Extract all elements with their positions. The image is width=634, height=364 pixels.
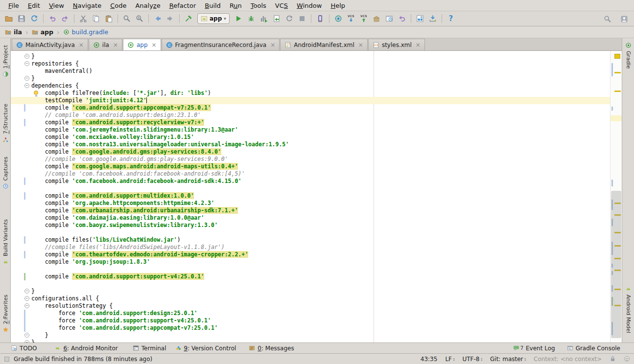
code-text[interactable]: compile 'org.jsoup:jsoup:1.8.3' [31, 258, 150, 266]
tool-button-terminal[interactable]: Terminal [133, 345, 166, 352]
code-text[interactable]: compile 'com.android.support:multidex:1.… [31, 192, 194, 200]
redo-button[interactable] [59, 13, 71, 24]
gutter[interactable]: − [11, 332, 31, 339]
gutter[interactable] [11, 236, 31, 244]
code-line[interactable]: compile files('libs/LiveChatWindow.jar') [11, 236, 610, 244]
gutter[interactable] [11, 163, 31, 170]
code-text[interactable]: compile files('libs/LiveChatWindow.jar') [31, 236, 181, 244]
fold-icon[interactable]: − [24, 76, 29, 81]
gutter[interactable] [11, 273, 31, 280]
code-line[interactable]: − resolutionStrategy { [11, 302, 610, 310]
code-line[interactable]: compile 'com.android.support:multidex:1.… [11, 192, 610, 200]
shelve-button[interactable] [371, 13, 382, 24]
code-text[interactable]: } [31, 332, 48, 339]
code-editor[interactable]: −}−repositories { mavenCentral()−}−depen… [11, 51, 622, 342]
vcs-commit-button[interactable]: VCS [358, 13, 370, 24]
code-line[interactable]: mavenCentral() [11, 68, 610, 75]
tab-ila[interactable]: ila × [89, 39, 122, 50]
vcs-change-marker[interactable] [24, 236, 25, 244]
synchronize-button[interactable] [28, 13, 40, 24]
gutter[interactable] [11, 200, 31, 207]
fold-icon[interactable]: − [24, 296, 29, 301]
gutter[interactable] [11, 68, 31, 75]
code-text[interactable]: compile 'com.mcxiaoke.volley:library:1.0… [31, 134, 194, 141]
gutter[interactable]: − [11, 75, 31, 82]
code-line[interactable]: compile 'com.facebook.android:facebook-a… [11, 178, 610, 185]
gradle-sync-button[interactable] [332, 13, 344, 24]
tool-button-android-model[interactable]: Android Model [622, 286, 634, 333]
menu-item-code[interactable]: Code [106, 2, 131, 9]
vcs-update-button[interactable]: VCS [345, 13, 357, 24]
gutter[interactable]: − [11, 60, 31, 68]
code-line[interactable]: −} [11, 288, 610, 295]
code-line[interactable]: compile 'org.jsoup:jsoup:1.8.3' [11, 258, 610, 266]
gutter[interactable] [11, 156, 31, 163]
run-with-coverage-button[interactable] [258, 13, 270, 24]
gutter[interactable] [11, 141, 31, 148]
code-text[interactable]: mavenCentral() [31, 68, 93, 75]
code-text[interactable]: compile fileTree(include: ['*.jar'], dir… [31, 90, 211, 97]
code-line[interactable]: compile fileTree(include: ['*.jar'], dir… [11, 90, 610, 97]
menu-item-run[interactable]: Run [225, 2, 246, 9]
find-in-path-button[interactable] [134, 13, 145, 24]
gutter[interactable] [11, 134, 31, 141]
code-line[interactable]: compile 'com.android.support:recyclervie… [11, 119, 610, 126]
menu-item-file[interactable]: File [4, 2, 23, 9]
code-line[interactable]: compile 'com.android.support:support-v4:… [11, 273, 610, 280]
code-text[interactable]: compile 'com.google.maps.android:android… [31, 163, 238, 170]
copy-button[interactable] [90, 13, 102, 24]
code-text[interactable]: force 'com.android.support:appcompat-v7:… [31, 324, 218, 332]
gutter[interactable] [11, 207, 31, 214]
code-line[interactable]: force 'com.android.support:design:25.0.1… [11, 310, 610, 317]
tab-styles-xml[interactable]: <> styles.xml × [368, 39, 425, 50]
code-text[interactable]: compile 'org.apache.httpcomponents:httpm… [31, 200, 214, 207]
code-line[interactable] [11, 229, 610, 236]
gutter[interactable] [11, 97, 31, 104]
back-button[interactable] [152, 13, 164, 24]
tab-fragmentinsurancerecord-java[interactable]: C FragmentInsuranceRecord.java × [162, 39, 280, 50]
vcs-change-marker[interactable] [24, 178, 25, 185]
tool-button-gradle[interactable]: Gradle [622, 42, 634, 69]
code-text[interactable]: } [31, 339, 35, 342]
gutter[interactable] [11, 214, 31, 222]
close-icon[interactable]: × [270, 42, 275, 48]
debug-button[interactable] [245, 13, 257, 24]
code-text[interactable]: compile 'com.jeremyfeinstein.slidingmenu… [31, 126, 238, 134]
close-icon[interactable]: × [79, 42, 84, 48]
gutter[interactable] [11, 229, 31, 236]
gutter[interactable] [11, 244, 31, 251]
code-text[interactable]: testCompile 'junit:junit:4.12' [31, 97, 147, 104]
code-line[interactable]: testCompile 'junit:junit:4.12' [11, 97, 610, 104]
intention-bulb-icon[interactable] [34, 91, 38, 95]
rerun-button[interactable] [283, 13, 295, 24]
gutter[interactable] [11, 258, 31, 266]
code-text[interactable]: compile 'com.android.support:support-v4:… [31, 273, 204, 280]
gutter[interactable]: − [11, 339, 31, 342]
context-widget[interactable]: Context: <no context> [534, 356, 602, 363]
gutter[interactable]: − [11, 302, 31, 310]
search-everywhere-button[interactable] [602, 13, 613, 25]
recent-changes-button[interactable] [383, 13, 395, 24]
error-stripe-scrollbar[interactable] [610, 51, 622, 342]
caret-position-widget[interactable]: 43:35 [421, 356, 438, 363]
code-text[interactable]: // compile 'com.android.support:design:2… [31, 112, 201, 119]
code-line[interactable]: −repositories { [11, 60, 610, 68]
vcs-change-marker[interactable] [24, 192, 25, 200]
code-line[interactable]: −dependencies { [11, 82, 610, 90]
code-line[interactable] [11, 280, 610, 288]
gutter[interactable] [11, 178, 31, 185]
tab-app[interactable]: app × [123, 39, 161, 50]
profile-button[interactable] [618, 13, 630, 25]
tool-button-event-log[interactable]: 7 Event Log [513, 345, 555, 352]
code-line[interactable]: compile 'com.google.maps.android:android… [11, 163, 610, 170]
code-line[interactable]: //compile 'com.google.android.gms:play-s… [11, 156, 610, 163]
code-line[interactable]: − } [11, 332, 610, 339]
code-text[interactable]: compile 'com.google.android.gms:play-ser… [31, 148, 221, 156]
stripe-warning-mark[interactable] [614, 72, 621, 73]
run-button[interactable] [233, 13, 244, 24]
encoding-widget[interactable]: UTF-8 ▴▾ [463, 356, 483, 363]
vcs-change-marker[interactable] [24, 251, 25, 258]
breadcrumb-item-app[interactable]: app [32, 28, 53, 36]
code-text[interactable]: compile 'com.theartofdev.edmodo:android-… [31, 251, 248, 258]
open-button[interactable] [3, 13, 15, 24]
